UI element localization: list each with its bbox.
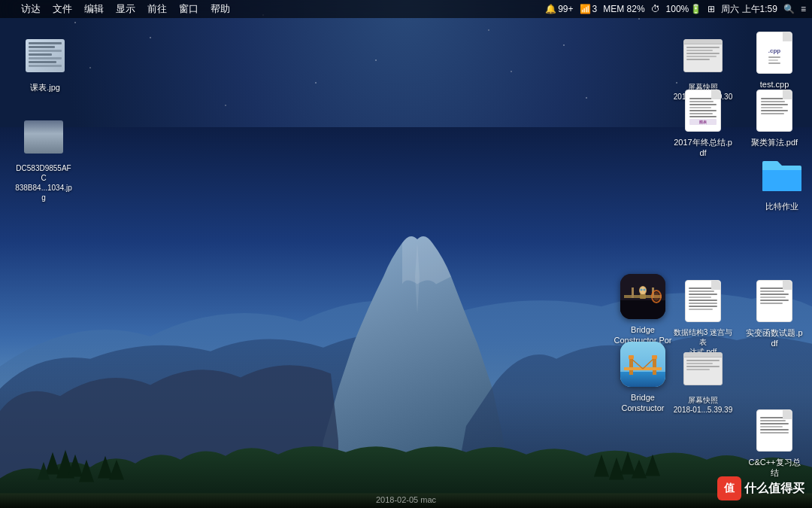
notification-count[interactable]: 🔔 99+ xyxy=(545,4,573,14)
bridge-portal-svg xyxy=(620,274,665,319)
desktop-icon-bridge[interactable]: BridgeConstructor xyxy=(613,339,673,414)
svg-rect-15 xyxy=(620,300,665,319)
bridge-constructor-svg xyxy=(620,342,665,387)
svg-rect-33 xyxy=(629,355,634,359)
icon-label-screenshot-bottom: 屏幕快照2018-01...5.39.39 xyxy=(674,395,732,415)
svg-point-25 xyxy=(653,292,659,301)
menu-help[interactable]: 帮助 xyxy=(211,2,230,16)
icon-label-folder-biteye: 比特作业 xyxy=(765,201,798,211)
svg-point-21 xyxy=(641,289,643,291)
menu-finder[interactable]: 访达 xyxy=(21,2,41,16)
menubar-left: 访达 文件 编辑 显示 前往 窗口 帮助 xyxy=(6,2,545,16)
datetime: 周六 上午1:59 xyxy=(721,3,777,16)
folder-svg xyxy=(761,157,803,193)
svg-rect-27 xyxy=(620,372,665,387)
desktop-icon-folder-biteye[interactable]: 比特作业 xyxy=(752,151,812,211)
desktop-icon-screenshot-bottom[interactable]: 屏幕快照2018-01...5.39.39 xyxy=(673,345,733,415)
icon-label-2017pdf: 2017年终总结.pdf xyxy=(673,137,733,159)
menu-view[interactable]: 显示 xyxy=(116,2,135,16)
battery-status: 100% 🔋 xyxy=(666,4,702,14)
desktop-icon-shijianpdf[interactable]: 实变函数试题.pdf xyxy=(744,277,804,349)
desktop-icon-juleipdf[interactable]: 聚类算法.pdf xyxy=(744,87,804,148)
icon-label-juleipdf: 聚类算法.pdf xyxy=(751,137,798,148)
desktop: 访达 文件 编辑 显示 前往 窗口 帮助 🔔 99+ 📶 3 MEM 82% ⏱… xyxy=(0,0,812,508)
menu-icon[interactable]: ≡ xyxy=(801,4,806,14)
svg-rect-17 xyxy=(632,287,634,298)
icon-label-shijianpdf: 实变函数试题.pdf xyxy=(744,327,804,349)
icon-label-keben: 课表.jpg xyxy=(30,82,60,93)
search-icon[interactable]: 🔍 xyxy=(783,4,795,14)
wifi-icon[interactable]: 📶 3 xyxy=(580,4,598,14)
menu-go[interactable]: 前往 xyxy=(147,2,167,16)
bottom-bar: 2018-02-05 mac xyxy=(0,491,812,508)
desktop-icon-dc583[interactable]: DC583D9855AFC838B84...1034.jpg xyxy=(14,113,74,202)
menu-edit[interactable]: 编辑 xyxy=(84,2,104,16)
menu-file[interactable]: 文件 xyxy=(53,2,72,16)
svg-rect-34 xyxy=(652,355,657,359)
desktop-icon-keben[interactable]: 课表.jpg xyxy=(15,32,75,93)
svg-rect-23 xyxy=(640,294,646,299)
svg-rect-29 xyxy=(653,358,656,375)
icon-label-ccpdf: C&C++复习总结 xyxy=(744,457,804,479)
svg-point-22 xyxy=(644,289,646,291)
grid-view[interactable]: ⊞ xyxy=(707,4,715,14)
menubar: 访达 文件 编辑 显示 前往 窗口 帮助 🔔 99+ 📶 3 MEM 82% ⏱… xyxy=(0,0,812,18)
bottom-date: 2018-02-05 mac xyxy=(376,495,436,504)
menu-window[interactable]: 窗口 xyxy=(179,2,198,16)
desktop-icon-test-cpp[interactable]: .cpp test.cpp xyxy=(744,29,804,90)
svg-rect-28 xyxy=(629,358,633,375)
mem-status: MEM 82% xyxy=(603,4,644,14)
icon-label-dc583: DC583D9855AFC838B84...1034.jpg xyxy=(14,163,74,202)
desktop-icon-ccpdf[interactable]: C&C++复习总结 xyxy=(744,406,804,479)
clock-icon: ⏱ xyxy=(651,4,660,14)
menubar-right: 🔔 99+ 📶 3 MEM 82% ⏱ 100% 🔋 ⊞ 周六 上午1:59 🔍… xyxy=(545,3,806,16)
icon-label-bridge: BridgeConstructor xyxy=(622,392,665,414)
desktop-icon-2017pdf[interactable]: 图表 2017年终总结.pdf xyxy=(673,87,733,159)
